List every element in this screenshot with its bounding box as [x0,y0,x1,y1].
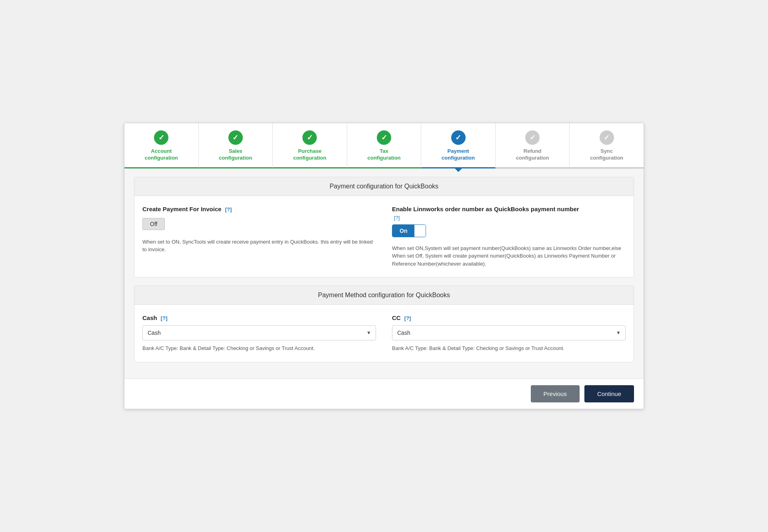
step-tax-icon: ✓ [377,130,391,145]
step-sync-icon: ✓ [600,130,614,145]
cc-col: CC [?] Cash Check Credit Card Bank Trans… [392,314,626,352]
step-account-label: Accountconfiguration [145,148,178,162]
step-sales-label: Salesconfiguration [219,148,252,162]
order-number-label: Enable Linnworks order number as QuickBo… [392,206,626,212]
cc-dropdown-wrapper: Cash Check Credit Card Bank Transfer ▼ [392,325,626,340]
step-payment-label: Paymentconfiguration [442,148,475,162]
cash-help-text: Bank A/C Type: Bank & Detail Type: Check… [142,344,376,352]
cc-label: CC [?] [392,314,626,321]
cc-help[interactable]: [?] [404,315,411,321]
step-refund-label: Refundconfiguration [516,148,549,162]
step-payment[interactable]: ✓ Paymentconfiguration [421,123,496,168]
bottom-bar: Previous Continue [124,378,644,409]
wizard-steps: ✓ Accountconfiguration ✓ Salesconfigurat… [124,123,644,169]
step-sync-label: Syncconfiguration [590,148,623,162]
step-sales[interactable]: ✓ Salesconfiguration [199,123,273,168]
step-sync[interactable]: ✓ Syncconfiguration [570,123,644,168]
step-refund-icon: ✓ [525,130,540,145]
create-payment-help-text: When set to ON, SyncTools will create re… [142,238,376,254]
step-refund[interactable]: ✓ Refundconfiguration [496,123,570,168]
step-purchase[interactable]: ✓ Purchaseconfiguration [273,123,347,168]
payment-config-section: Payment configuration for QuickBooks Cre… [134,177,634,278]
cash-col: Cash [?] Cash Check Credit Card Bank Tra… [142,314,376,352]
payment-config-body: Create Payment For Invoice [?] Off When … [134,196,634,278]
cash-dropdown-wrapper: Cash Check Credit Card Bank Transfer ▼ [142,325,376,340]
payment-method-section: Payment Method configuration for QuickBo… [134,286,634,362]
create-payment-help[interactable]: [?] [225,206,232,212]
cash-help[interactable]: [?] [161,315,168,321]
toggle-off-label [414,225,426,237]
step-account[interactable]: ✓ Accountconfiguration [124,123,199,168]
cc-select[interactable]: Cash Check Credit Card Bank Transfer [392,325,626,340]
step-account-icon: ✓ [154,130,168,145]
payment-method-body: Cash [?] Cash Check Credit Card Bank Tra… [134,305,634,362]
cash-label: Cash [?] [142,314,376,321]
main-modal: ✓ Accountconfiguration ✓ Salesconfigurat… [124,123,644,409]
cc-help-text: Bank A/C Type: Bank & Detail Type: Check… [392,344,626,352]
step-tax-label: Taxconfiguration [368,148,401,162]
order-number-toggle[interactable]: On [392,224,426,237]
create-payment-col: Create Payment For Invoice [?] Off When … [142,206,376,268]
order-number-help[interactable]: [?] [394,215,400,221]
step-payment-icon: ✓ [451,130,466,145]
toggle-on-label: On [392,225,414,237]
create-payment-label: Create Payment For Invoice [?] [142,206,376,212]
continue-button[interactable]: Continue [584,385,634,402]
previous-button[interactable]: Previous [531,385,580,402]
step-purchase-label: Purchaseconfiguration [293,148,326,162]
order-number-help-text: When set ON,System will set payment numb… [392,244,626,268]
step-tax[interactable]: ✓ Taxconfiguration [347,123,422,168]
step-purchase-icon: ✓ [302,130,317,145]
cash-select[interactable]: Cash Check Credit Card Bank Transfer [142,325,376,340]
order-number-col: Enable Linnworks order number as QuickBo… [392,206,626,268]
payment-method-header: Payment Method configuration for QuickBo… [134,286,634,305]
payment-config-header: Payment configuration for QuickBooks [134,177,634,196]
step-sales-icon: ✓ [228,130,243,145]
create-payment-toggle[interactable]: Off [142,218,165,230]
content-area: Payment configuration for QuickBooks Cre… [124,169,644,378]
